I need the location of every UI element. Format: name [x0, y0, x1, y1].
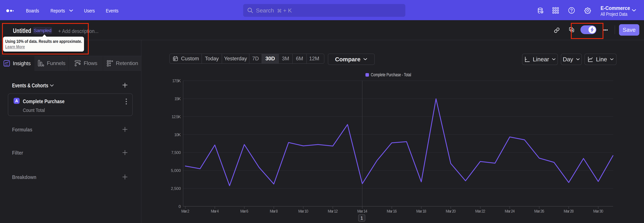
svg-text:Mar 22: Mar 22 — [475, 209, 485, 213]
svg-text:Mar 18: Mar 18 — [416, 209, 426, 213]
svg-text:Mar 14: Mar 14 — [357, 209, 367, 213]
svg-text:Mar 26: Mar 26 — [534, 209, 544, 213]
svg-text:10K: 10K — [174, 133, 181, 137]
svg-text:Mar 2: Mar 2 — [181, 209, 189, 213]
svg-text:7,500: 7,500 — [171, 150, 181, 155]
svg-text:Mar 28: Mar 28 — [564, 209, 574, 213]
svg-text:Mar 6: Mar 6 — [240, 209, 248, 213]
svg-text:12.5K: 12.5K — [172, 115, 181, 119]
svg-text:2,500: 2,500 — [171, 186, 181, 191]
svg-text:5,000: 5,000 — [171, 168, 181, 173]
svg-text:Mar 20: Mar 20 — [446, 209, 456, 213]
svg-text:Mar 16: Mar 16 — [387, 209, 397, 213]
svg-text:Mar 4: Mar 4 — [211, 209, 219, 213]
svg-text:17.5K: 17.5K — [172, 78, 181, 83]
svg-text:Mar 24: Mar 24 — [505, 209, 515, 213]
svg-text:Mar 12: Mar 12 — [328, 209, 338, 213]
svg-text:Mar 10: Mar 10 — [298, 209, 308, 213]
svg-text:Mar 30: Mar 30 — [593, 209, 603, 213]
svg-text:0: 0 — [178, 204, 181, 209]
svg-text:15K: 15K — [174, 96, 181, 101]
svg-text:Mar 8: Mar 8 — [270, 209, 278, 213]
